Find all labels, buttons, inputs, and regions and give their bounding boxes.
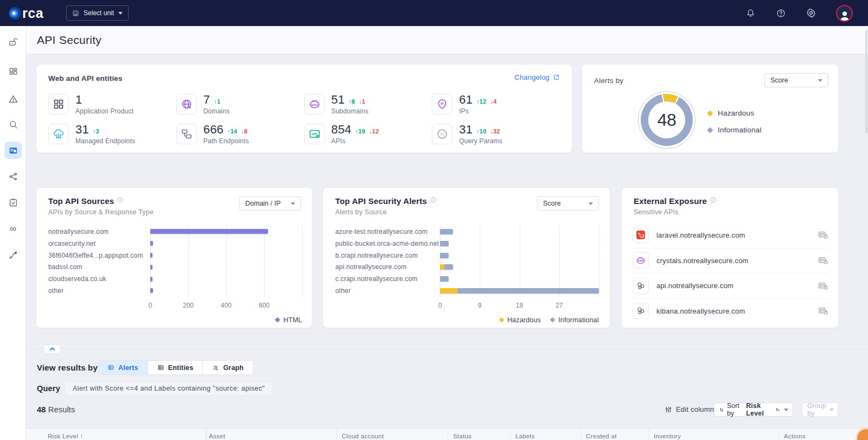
collapse-section-button[interactable] [43, 345, 61, 354]
legend-informational[interactable]: Informational43 [708, 126, 816, 134]
bar-informational[interactable] [444, 264, 453, 270]
sidebar-item-clipboard-check[interactable] [4, 194, 22, 211]
sources-dropdown[interactable]: Domain / IP [239, 196, 301, 211]
group-by-label: Group by [807, 402, 826, 417]
asset-details-icon[interactable] [818, 280, 828, 291]
bar-html[interactable] [150, 288, 153, 293]
bar-informational[interactable] [440, 253, 449, 258]
sidebar-item-route[interactable] [4, 246, 22, 264]
column-header-labels[interactable]: Labels [515, 433, 535, 439]
sensitive-api-row[interactable]: wwwcrystals.notreallysecure.com [633, 248, 828, 273]
legend-html[interactable]: HTML [276, 316, 302, 324]
query-chip[interactable]: Alert with Score <=4 and Labels containi… [66, 382, 272, 394]
select-unit-dropdown[interactable]: Select unit [66, 5, 129, 21]
alerts-by-card: Alerts by Score 48 Hazardous5Information… [582, 64, 839, 153]
column-header-actions[interactable]: Actions [784, 433, 806, 439]
bar-informational[interactable] [440, 229, 453, 234]
group-by-dropdown[interactable]: Group by [802, 403, 838, 417]
sensitive-api-row[interactable]: api.notreallysecure.com [633, 273, 828, 298]
stat-subdomains[interactable]: www51↑8↓1Subdomains [304, 92, 432, 116]
bar-html[interactable] [150, 229, 268, 234]
stat-apis[interactable]: API854↑19↓12APIs [304, 122, 432, 146]
sort-by-dropdown[interactable]: Sort by Risk Level [714, 403, 793, 417]
sensitive-apis-list: laravel.notreallysecure.comwwwcrystals.n… [633, 222, 828, 323]
bar-html[interactable] [150, 241, 153, 246]
chevron-down-icon [118, 12, 123, 15]
stat-path-endpoints[interactable]: 666↑14↓8Path Endpoints [176, 122, 304, 146]
sidebar-item-search[interactable] [4, 116, 22, 133]
column-header-risk-level[interactable]: Risk Level ↑ [48, 433, 84, 439]
sidebar-item-network[interactable] [4, 168, 22, 185]
alerts-chart-dropdown[interactable]: Score [537, 196, 599, 211]
category-label: badssl.com [48, 263, 146, 271]
info-icon[interactable] [430, 196, 437, 203]
legend-informational[interactable]: Informational [551, 316, 599, 324]
laravel-icon [633, 227, 649, 243]
column-divider [778, 429, 779, 440]
bar-informational[interactable] [458, 288, 599, 294]
graph-icon [212, 364, 219, 371]
stat-value: 31 [459, 123, 473, 137]
tab-alerts[interactable]: Alerts [98, 361, 148, 374]
legend-diamond-icon [550, 317, 556, 323]
bar-informational[interactable] [440, 241, 449, 246]
column-header-status[interactable]: Status [453, 433, 471, 439]
bar-html[interactable] [150, 253, 152, 258]
legend-hazardous[interactable]: Hazardous [500, 316, 541, 324]
tab-entities[interactable]: Entities [148, 361, 203, 374]
column-header-inventory[interactable]: Inventory [654, 433, 681, 439]
asset-details-icon[interactable] [818, 255, 828, 266]
sensitive-api-row[interactable]: kibana.notreallysecure.com [633, 298, 828, 324]
bar-hazardous[interactable] [440, 264, 444, 270]
user-avatar[interactable] [836, 5, 853, 22]
x-tick: 400 [221, 302, 232, 309]
stat-application-product[interactable]: 1Application Product [48, 92, 176, 116]
stat-domains[interactable]: 7↑1Domains [176, 92, 304, 116]
alerts-by-dropdown[interactable]: Score [764, 73, 828, 87]
sidebar-item-alert-triangle[interactable] [4, 90, 22, 107]
chevron-down-icon [589, 202, 593, 205]
stat-label: IPs [459, 107, 496, 115]
sidebar-item-dashboard[interactable] [4, 63, 22, 80]
edit-columns-button[interactable]: Edit columns [665, 405, 718, 413]
settings-gear-icon[interactable] [806, 8, 816, 18]
stat-ips[interactable]: IP61↑12↓4IPs [432, 92, 560, 116]
info-icon[interactable] [710, 196, 717, 203]
category-label: azure-test.notreallysecure.com [335, 228, 436, 235]
trend-up: ↑3 [93, 128, 99, 135]
sidebar-item-infinity[interactable]: ∞ [4, 220, 22, 237]
legend-hazardous[interactable]: Hazardous5 [708, 109, 816, 117]
orca-logo[interactable]: rca [9, 7, 43, 20]
asset-details-icon[interactable] [818, 305, 828, 316]
app-root: rca Select unit ∞ API Secur [0, 0, 868, 440]
scrollbar-thumb[interactable] [865, 30, 867, 133]
stat-value: 61 [459, 93, 473, 107]
stat-query-params[interactable]: ?=31↑10↓32Query Params [432, 122, 560, 146]
ip-pin-icon: IP [432, 94, 452, 114]
changelog-link[interactable]: Changelog [514, 73, 560, 81]
column-header-created-at[interactable]: Created at [586, 433, 617, 439]
sidebar-item-lock-open[interactable] [4, 33, 22, 50]
sidebar-item-api-dashboard-active[interactable] [4, 142, 22, 159]
bar-html[interactable] [150, 265, 152, 270]
bar-hazardous[interactable] [440, 288, 458, 294]
column-header-asset[interactable]: Asset [209, 433, 225, 439]
stat-value: 7 [203, 93, 210, 107]
bar-html[interactable] [150, 277, 152, 282]
help-icon[interactable] [775, 8, 786, 18]
column-header-cloud-account[interactable]: Cloud account [342, 433, 384, 439]
dashboard-icon [8, 67, 18, 77]
x-tick: 18 [516, 302, 523, 309]
gridline [150, 226, 151, 297]
tab-graph[interactable]: Graph [202, 361, 253, 374]
x-tick: 200 [183, 302, 194, 309]
alerts-donut-chart[interactable]: 48 [641, 94, 693, 146]
entity-stats-grid: 1Application Product7↑1Domainswww51↑8↓1S… [48, 92, 560, 146]
info-icon[interactable] [117, 196, 124, 203]
svg-text:API: API [311, 132, 317, 135]
sensitive-api-row[interactable]: laravel.notreallysecure.com [633, 222, 828, 248]
asset-details-icon[interactable] [818, 229, 828, 240]
bar-informational[interactable] [440, 276, 449, 282]
notifications-bell-icon[interactable] [745, 8, 756, 18]
stat-managed-endpoints[interactable]: 31↑3Managed Endpoints [48, 122, 176, 146]
